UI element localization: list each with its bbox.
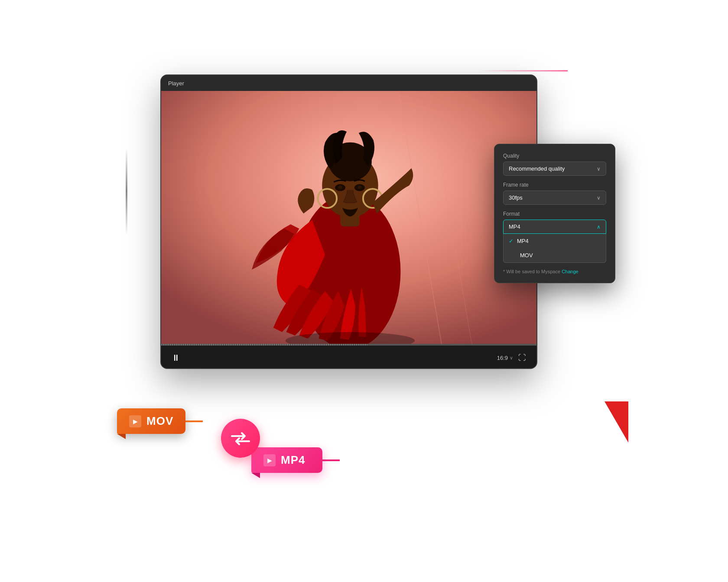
framerate-value: 30fps — [509, 194, 523, 201]
aspect-ratio-value: 16:9 — [497, 355, 508, 361]
quality-section: Quality Recommended quality ∨ — [503, 153, 606, 176]
convert-arrows[interactable] — [221, 419, 260, 458]
mov-badge: ▶ MOV — [117, 408, 185, 434]
aspect-ratio-selector[interactable]: 16:9 ∨ — [497, 355, 513, 361]
format-dropdown[interactable]: MP4 ∧ — [503, 220, 606, 234]
format-section: Format MP4 ∧ ✓ MP4 MOV — [503, 211, 606, 263]
player-window: Player — [160, 74, 537, 369]
arrow-circle[interactable] — [221, 419, 260, 458]
settings-footer: * Will be saved to Myspace Change — [503, 269, 606, 274]
quality-chevron: ∨ — [597, 166, 601, 172]
mp4-badge-label: MP4 — [281, 453, 305, 467]
red-triangle-decoration — [604, 401, 628, 443]
mov-tail — [185, 420, 203, 422]
settings-popup: Quality Recommended quality ∨ Frame rate… — [494, 144, 615, 283]
controls-right: 16:9 ∨ ⛶ — [497, 353, 526, 362]
format-option-mp4-label: MP4 — [517, 238, 529, 244]
format-option-mov[interactable]: MOV — [504, 248, 606, 262]
player-controls: ⏸ 16:9 ∨ ⛶ — [161, 346, 536, 369]
svg-point-10 — [358, 185, 362, 189]
framerate-section: Frame rate 30fps ∨ — [503, 182, 606, 205]
footer-change-link[interactable]: Change — [562, 269, 578, 274]
framerate-dropdown[interactable]: 30fps ∨ — [503, 191, 606, 205]
aspect-ratio-chevron: ∨ — [510, 355, 513, 361]
quality-dropdown[interactable]: Recommended quality ∨ — [503, 162, 606, 176]
fullscreen-button[interactable]: ⛶ — [518, 353, 526, 362]
format-chevron: ∧ — [597, 224, 601, 230]
format-value: MP4 — [509, 223, 520, 230]
footer-text: * Will be saved to Myspace — [503, 269, 560, 274]
quality-value: Recommended quality — [509, 165, 565, 172]
play-pause-button[interactable]: ⏸ — [172, 353, 180, 363]
format-option-mp4[interactable]: ✓ MP4 — [504, 234, 606, 248]
framerate-label: Frame rate — [503, 182, 606, 188]
mp4-tail — [322, 459, 340, 461]
player-content — [161, 91, 536, 344]
mp4-badge: ▶ MP4 — [251, 447, 322, 473]
format-options: ✓ MP4 MOV — [503, 234, 606, 263]
person-svg — [161, 91, 536, 344]
framerate-chevron: ∨ — [597, 195, 601, 201]
convert-icon — [230, 430, 251, 447]
top-decoration — [481, 70, 568, 71]
left-decoration — [126, 148, 127, 235]
quality-label: Quality — [503, 153, 606, 159]
mp4-badge-icon: ▶ — [263, 454, 276, 466]
mp4-check-icon: ✓ — [509, 238, 514, 244]
mov-badge-icon: ▶ — [129, 415, 141, 427]
format-option-mov-label: MOV — [520, 252, 533, 259]
format-label: Format — [503, 211, 606, 217]
player-titlebar: Player — [161, 75, 536, 91]
video-thumbnail — [161, 91, 536, 344]
svg-point-9 — [338, 185, 342, 189]
player-title: Player — [168, 80, 184, 87]
mov-badge-label: MOV — [146, 414, 173, 428]
